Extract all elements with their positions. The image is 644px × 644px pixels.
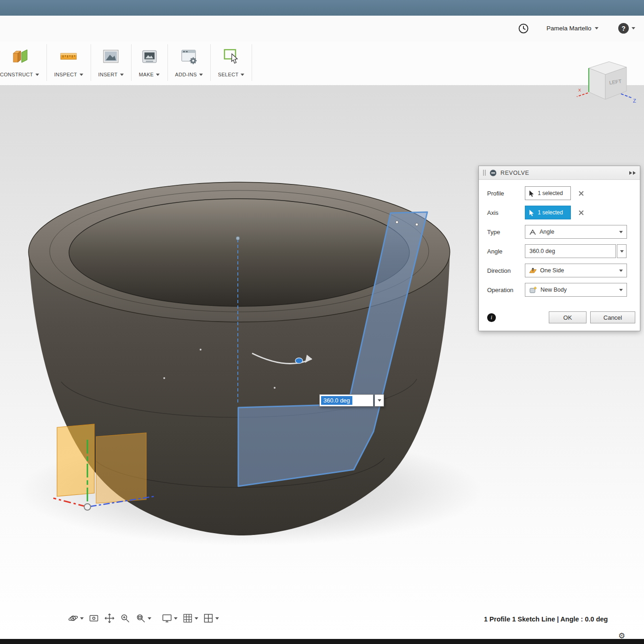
addins-icon bbox=[178, 46, 200, 67]
orbit-icon bbox=[68, 613, 79, 624]
toolbar-item-addins[interactable]: ADD-INS bbox=[168, 41, 210, 77]
look-at-tool[interactable] bbox=[86, 612, 102, 625]
toolbar-item-select[interactable]: SELECT bbox=[211, 41, 252, 77]
zoom-tool[interactable] bbox=[117, 612, 133, 625]
angle-row: Angle 360.0 deg bbox=[483, 242, 635, 261]
viewports[interactable] bbox=[201, 612, 221, 625]
revolve-icon bbox=[489, 169, 497, 177]
make-icon bbox=[139, 46, 160, 67]
chevron-down-icon bbox=[619, 289, 623, 291]
one-side-icon bbox=[529, 267, 537, 274]
dialog-title: REVOLVE bbox=[500, 170, 626, 176]
chevron-down-icon bbox=[241, 74, 244, 76]
look-at-icon bbox=[88, 613, 99, 624]
chevron-down-icon bbox=[80, 74, 83, 76]
zoom-window-tool[interactable] bbox=[133, 612, 154, 625]
axis-select-button[interactable]: 1 selected bbox=[525, 206, 571, 219]
toolbar-item-make[interactable]: MAKE bbox=[132, 41, 167, 77]
angle-input-float: 360.0 deg bbox=[319, 394, 384, 407]
type-dropdown[interactable]: Angle bbox=[525, 225, 627, 239]
viewcube[interactable]: LEFT X Z bbox=[575, 57, 639, 113]
cursor-icon bbox=[529, 209, 535, 216]
angle-type-icon bbox=[529, 229, 536, 236]
construction-planes[interactable] bbox=[57, 424, 146, 503]
toolbar-item-construct[interactable]: CONSTRUCT bbox=[0, 41, 46, 77]
fusion-window: Pamela Martello ? CONSTRUCT bbox=[0, 0, 644, 644]
toolbar-label: CONSTRUCT bbox=[0, 72, 33, 77]
display-settings-icon bbox=[161, 613, 172, 624]
profile-select-button[interactable]: 1 selected bbox=[525, 186, 571, 200]
viewports-icon bbox=[203, 613, 214, 624]
chevron-down-icon bbox=[174, 617, 178, 620]
direction-dropdown[interactable]: One Side bbox=[525, 264, 627, 277]
dialog-body: Profile 1 selected Axis 1 selected bbox=[479, 180, 640, 299]
toolbar-item-insert[interactable]: INSERT bbox=[91, 41, 131, 77]
clear-icon[interactable] bbox=[578, 190, 584, 196]
chevron-down-icon bbox=[80, 617, 84, 620]
toolbar-label: INSPECT bbox=[54, 72, 77, 77]
navigation-toolbar bbox=[65, 612, 221, 625]
history-clock-icon[interactable] bbox=[518, 23, 529, 34]
expand-icon[interactable] bbox=[629, 171, 636, 175]
pan-tool[interactable] bbox=[102, 612, 117, 625]
axis-row: Axis 1 selected bbox=[483, 203, 635, 222]
user-name: Pamela Martello bbox=[546, 25, 592, 32]
clear-icon[interactable] bbox=[578, 210, 584, 216]
dialog-footer: i OK Cancel bbox=[479, 304, 640, 331]
chevron-down-icon bbox=[120, 74, 124, 76]
inspect-icon bbox=[58, 46, 79, 67]
user-menu[interactable]: Pamela Martello bbox=[546, 25, 598, 32]
chevron-down-icon bbox=[215, 617, 219, 620]
ok-button[interactable]: OK bbox=[549, 311, 586, 323]
display-settings[interactable] bbox=[159, 612, 180, 625]
bottom-strip bbox=[0, 639, 644, 644]
toolbar-label: MAKE bbox=[139, 72, 154, 77]
chevron-down-icon bbox=[632, 27, 635, 29]
angle-input-value: 360.0 deg bbox=[321, 396, 352, 405]
drag-grip-icon[interactable] bbox=[483, 170, 486, 176]
select-icon bbox=[221, 46, 242, 67]
cursor-icon bbox=[529, 190, 535, 197]
orbit-tool[interactable] bbox=[65, 612, 86, 625]
angle-input-dropdown[interactable] bbox=[374, 394, 384, 407]
zoom-icon bbox=[120, 613, 131, 624]
angle-value-field[interactable]: 360.0 deg bbox=[525, 244, 616, 258]
grid-icon bbox=[182, 613, 193, 624]
revolve-dialog: REVOLVE Profile 1 selected Axis 1 select… bbox=[478, 166, 640, 331]
help-menu[interactable]: ? bbox=[618, 23, 635, 34]
title-strip bbox=[0, 0, 644, 16]
x-axis bbox=[577, 93, 588, 97]
type-row: Type Angle bbox=[483, 222, 635, 242]
origin-point bbox=[84, 504, 91, 510]
chevron-down-icon bbox=[620, 250, 624, 253]
angle-input[interactable]: 360.0 deg bbox=[319, 394, 374, 407]
profile-row: Profile 1 selected bbox=[483, 184, 635, 203]
operation-row: Operation New Body bbox=[483, 280, 635, 299]
chevron-down-icon bbox=[619, 270, 623, 272]
app-header: Pamela Martello ? bbox=[0, 16, 644, 41]
chevron-down-icon bbox=[619, 231, 623, 233]
dialog-titlebar[interactable]: REVOLVE bbox=[479, 166, 640, 180]
operation-label: Operation bbox=[483, 287, 525, 293]
insert-icon bbox=[100, 46, 121, 67]
z-axis-label: Z bbox=[633, 98, 636, 104]
toolbar-item-inspect[interactable]: INSPECT bbox=[47, 41, 91, 77]
toolbar-label: INSERT bbox=[98, 72, 118, 77]
profile-label: Profile bbox=[483, 190, 525, 197]
info-icon[interactable]: i bbox=[487, 313, 496, 322]
chevron-down-icon bbox=[378, 399, 381, 402]
chevron-down-icon bbox=[156, 74, 160, 76]
angle-dropdown-button[interactable] bbox=[617, 244, 627, 258]
angle-label: Angle bbox=[483, 248, 525, 255]
zoom-window-icon bbox=[135, 613, 146, 624]
chevron-down-icon bbox=[35, 74, 39, 76]
toolbar-separator bbox=[252, 44, 252, 81]
grid-settings[interactable] bbox=[180, 612, 201, 625]
chevron-down-icon bbox=[595, 27, 598, 29]
toolbar-label: SELECT bbox=[218, 72, 239, 77]
type-label: Type bbox=[483, 229, 525, 236]
cancel-button[interactable]: Cancel bbox=[590, 311, 635, 323]
gear-icon[interactable]: ⚙ bbox=[618, 631, 625, 641]
operation-dropdown[interactable]: New Body bbox=[525, 283, 627, 297]
chevron-down-icon bbox=[195, 617, 198, 620]
